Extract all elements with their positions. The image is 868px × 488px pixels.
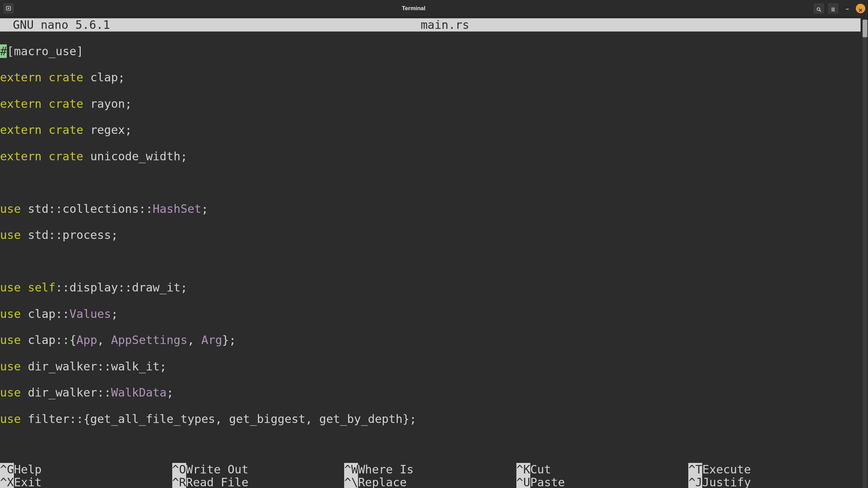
shortcut-cut: ^K Cut	[516, 463, 689, 476]
shortcut-paste: ^U Paste	[516, 476, 689, 488]
shortcut-replace: ^\ Replace	[344, 476, 516, 488]
code-line: extern crate regex;	[0, 123, 868, 137]
hamburger-icon	[830, 2, 836, 15]
code-line: use clap::Values;	[0, 307, 868, 321]
vertical-scrollbar[interactable]	[862, 20, 868, 488]
cursor: #	[0, 44, 7, 58]
code-line: use filter::{get_all_file_types, get_big…	[0, 412, 868, 426]
minimize-icon	[845, 4, 850, 12]
nano-app-name: GNU nano 5.6.1	[13, 18, 110, 32]
shortcut-justify: ^J Justify	[688, 476, 861, 488]
code-line: extern crate unicode_width;	[0, 150, 868, 163]
search-button[interactable]	[813, 3, 825, 14]
code-line: use std::process;	[0, 228, 868, 242]
code-line: extern crate rayon;	[0, 97, 868, 110]
code-line: use dir_walker::walk_it;	[0, 360, 868, 373]
search-icon	[816, 2, 822, 15]
editor-area[interactable]: #[macro_use] extern crate clap; extern c…	[0, 32, 868, 452]
minimize-button[interactable]	[842, 3, 853, 14]
code-line: use std::collections::HashSet;	[0, 202, 868, 216]
window-title: Terminal	[14, 5, 813, 12]
code-line: #[macro_use]	[0, 45, 868, 58]
close-icon	[859, 2, 863, 15]
code-line	[0, 255, 868, 268]
nano-filename: main.rs	[110, 18, 780, 32]
new-tab-button[interactable]	[3, 3, 14, 14]
code-line: use self::display::draw_it;	[0, 281, 868, 294]
scrollbar-track	[863, 20, 867, 488]
svg-point-3	[817, 8, 820, 11]
window-title-bar: Terminal	[0, 0, 868, 17]
scrollbar-thumb[interactable]	[863, 20, 867, 37]
terminal-content[interactable]: GNU nano 5.6.1 main.rs #[macro_use] exte…	[0, 18, 868, 488]
menu-button[interactable]	[827, 3, 839, 14]
code-line: use dir_walker::WalkData;	[0, 386, 868, 399]
code-line: extern crate clap;	[0, 71, 868, 84]
shortcut-bar: ^G Help ^O Write Out ^W Where Is ^K Cut …	[0, 463, 861, 488]
shortcut-help: ^G Help	[0, 463, 172, 476]
shortcut-exit: ^X Exit	[0, 476, 172, 488]
code-line: use clap::{App, AppSettings, Arg};	[0, 333, 868, 347]
svg-line-4	[820, 10, 821, 12]
shortcut-where-is: ^W Where Is	[344, 463, 516, 476]
close-button[interactable]	[856, 4, 865, 13]
nano-title-bar: GNU nano 5.6.1 main.rs	[0, 18, 861, 32]
shortcut-write-out: ^O Write Out	[172, 463, 344, 476]
code-line	[0, 176, 868, 189]
shortcut-read-file: ^R Read File	[172, 476, 344, 488]
shortcut-execute: ^T Execute	[688, 463, 861, 476]
